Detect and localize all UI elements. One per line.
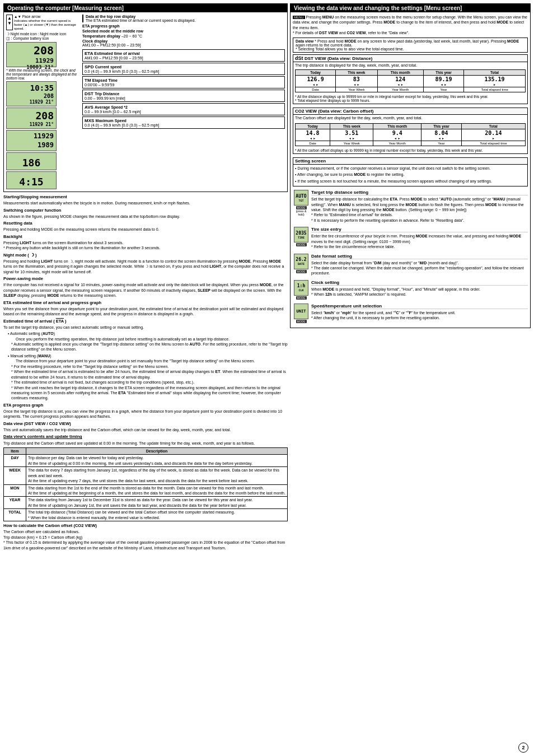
- date-format-desc: Select the date display format from "D/M…: [311, 260, 528, 276]
- dst-icon-label: dSt: [295, 55, 305, 61]
- speed-temp-title: Speed/temperature unit selection: [311, 304, 528, 309]
- table-row: TOTAL The total trip distance (Total Dis…: [4, 509, 288, 521]
- display-2: 10:35 208 11929 21°: [6, 81, 57, 106]
- dst-col-total: Total: [464, 69, 526, 75]
- eta-graph-label: ETA progress graph: [82, 24, 285, 28]
- dst-view-section: dSt DST VIEW (Data view: Distance) The t…: [293, 54, 528, 104]
- co2-total: 20.14: [485, 130, 502, 136]
- display-5: 186: [6, 152, 57, 170]
- d6-value: 4:15: [19, 176, 43, 188]
- dst-label: DST: [85, 91, 95, 96]
- co2-notes: * All the carbon offset displays up to 9…: [295, 148, 526, 152]
- d1-sub: 11929: [35, 57, 54, 64]
- viewing-header: Viewing the data view and changing the s…: [291, 4, 530, 12]
- dst-week: 83: [353, 76, 360, 82]
- date-format-section: 26.2 DATE MODE Date format setting Selec…: [293, 254, 528, 276]
- data-view-box: Data view * Press and hold MODE on any s…: [293, 38, 528, 53]
- table-cell-day-desc: Trip distance per day. Data can be viewe…: [26, 455, 288, 467]
- target-trip-display: AUTO TGT: [294, 190, 308, 206]
- data-view-section: Data view (DST VIEW / CO2 VIEW) This uni…: [3, 421, 288, 433]
- eta-annotation: ETA Estimated time of arrival AM1:00 – P…: [82, 49, 285, 62]
- table-cell-total: TOTAL: [4, 509, 26, 521]
- clock-title: Clock setting: [311, 280, 528, 286]
- co2-col-total: Total: [461, 123, 525, 129]
- date-mode-row: MODE: [296, 270, 307, 273]
- co2-table: Today This week This month This year Tot…: [295, 123, 526, 146]
- d4-top: 11929: [34, 132, 54, 140]
- viewing-box: Viewing the data view and changing the s…: [290, 3, 531, 328]
- date-format-content: Date format setting Select the date disp…: [311, 254, 528, 276]
- display-4: 11929 1989: [6, 130, 57, 151]
- spd-annotation: SPD Current speed 0.0 (4.0) – 99.9 km/h …: [82, 63, 285, 75]
- speed-temp-device: UNIT MODE: [293, 304, 310, 323]
- tire-size-display-sub: TIRE: [298, 236, 305, 239]
- table-header-desc: Description: [26, 447, 288, 454]
- dst-notes: * All the distance displays up to 99999 …: [295, 95, 526, 102]
- switching-title: Switching computer function: [3, 208, 288, 213]
- pace-info: ▲▼ ▲▼ Pace arrow Indicates whether the c…: [6, 15, 79, 30]
- operating-header: Operating the computer [Measuring screen…: [4, 4, 287, 12]
- table-cell-year-desc: The data starting from January 1st to De…: [26, 497, 288, 509]
- carbon-section: How to calculate the Carbon offset (CO2 …: [3, 523, 288, 550]
- co2-view-title: CO2 VIEW (Data view: Carbon offset): [293, 108, 527, 115]
- target-trip-display-val: AUTO: [296, 194, 306, 199]
- co2-today: 14.8: [306, 130, 320, 136]
- d2-val: 208: [44, 93, 54, 99]
- battery-icon-legend: ◫ : Computer battery icon: [6, 36, 49, 40]
- table-cell-year: YEAR: [4, 497, 26, 509]
- co2-label-row: Date Year Week Year Month Year Total ela…: [296, 141, 526, 146]
- temp-annotation: Temperature display –20 ~ 60 °C: [82, 34, 285, 38]
- table-cell-mon: MON: [4, 484, 26, 497]
- eta-label: ETA: [85, 51, 94, 56]
- dst-today: 126.9: [307, 76, 324, 82]
- setting-screen-title: Setting screen: [293, 158, 527, 165]
- target-trip-desc: Set the target trip distance for calcula…: [311, 197, 528, 223]
- viewing-intro: MENU Pressing MENU on the measuring scre…: [293, 15, 528, 36]
- power-saving-section: Power-saving mode If the computer has no…: [3, 276, 288, 298]
- target-trip-display-sub: TGT: [298, 199, 303, 202]
- dst-year: 89.19: [435, 76, 452, 82]
- setting-note-3: • If the setting screen is not touched f…: [295, 179, 526, 184]
- starting-title: Starting/Stopping measurement: [3, 194, 288, 200]
- table-cell-week: WEEK: [4, 467, 26, 484]
- co2-label-yearmonth: Year Month: [373, 141, 421, 146]
- speed-temp-content: Speed/temperature unit selection Select …: [311, 304, 528, 323]
- pace-label: ▲▼ Pace arrow: [14, 15, 41, 18]
- co2-col-month: This month: [373, 123, 421, 129]
- co2-view-desc: The Carbon offset are displayed for the …: [295, 116, 526, 120]
- power-saving-body: If the computer has not received a signa…: [3, 282, 288, 298]
- night-body: Pressing and holding LIGHT turns on ☽, n…: [3, 259, 288, 274]
- tm-label: TM: [85, 78, 92, 83]
- co2-year: 8.04: [434, 130, 448, 136]
- setting-screen-notes: • During measurement, or if the computer…: [295, 166, 526, 185]
- page-number: 2: [518, 743, 528, 753]
- power-saving-title: Power-saving mode: [3, 276, 288, 282]
- speed-temp-display-val: UNIT: [297, 309, 306, 314]
- data-view-timing-title: Data view's contents and update timing: [3, 434, 288, 440]
- target-trip-device: AUTO TGT MODE (press & hold): [293, 190, 310, 223]
- speed-temp-section: UNIT MODE Speed/temperature unit selecti…: [293, 304, 528, 323]
- tire-size-title: Tire size entry: [311, 227, 528, 232]
- tire-size-content: Tire size entry Enter the tire circumfer…: [311, 227, 528, 249]
- table-row: WEEK The data for every 7 days starting …: [4, 467, 288, 484]
- resetting-body: Pressing and holding MODE on the measuri…: [3, 227, 288, 232]
- data-view-table: Item Description DAY Trip distance per d…: [3, 447, 288, 521]
- display-1: 208 11929 10003 21°: [6, 42, 57, 67]
- data-view-body: This unit automatically saves the trip d…: [3, 427, 288, 432]
- data-view-box-label: Data view: [296, 39, 313, 43]
- dst-week-arr: ◄ ►: [353, 83, 359, 86]
- tire-size-display-val: 2035: [296, 231, 306, 236]
- clock-mode-btn: MODE: [296, 296, 307, 300]
- clock-display-val: 1:h: [297, 283, 305, 288]
- mxs-annotation: MXS Maximum Speed 0.0 (4.0) – 99.9 km/h …: [82, 116, 285, 129]
- dst-col-week: This week: [336, 69, 377, 75]
- target-trip-title: Target trip distance setting: [311, 190, 528, 195]
- clock-desc: When MODE is pressed and held, "Display …: [311, 287, 528, 297]
- top-display-annotation: Data at the top row display The ETA esti…: [82, 15, 285, 22]
- dst-annotation: DST Trip Distance 0.00 – 999.99 km [mile…: [82, 90, 285, 102]
- table-cell-week-desc: The data for every 7 days starting from …: [26, 467, 288, 484]
- clock-device: 1:h CLK MODE: [293, 280, 310, 300]
- dst-view-desc: The trip distance is displayed for the d…: [295, 63, 526, 67]
- dst-total-arr: ►: [493, 83, 496, 86]
- co2-view-section: CO2 VIEW (Data view: Carbon offset) The …: [293, 108, 528, 154]
